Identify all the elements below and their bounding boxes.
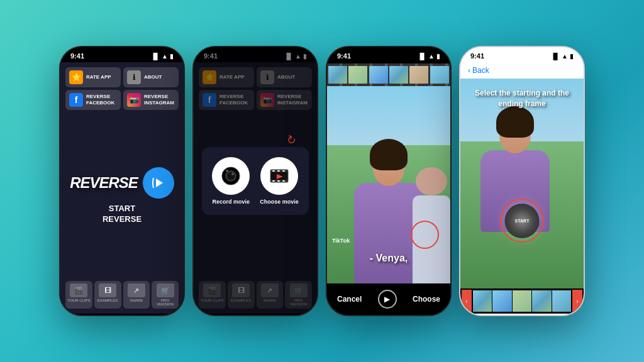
- your-clips-btn[interactable]: 🎬 Your clips: [65, 281, 92, 309]
- record-movie-label: Record movie: [212, 199, 250, 205]
- video-content: TikTok - Venya,: [327, 86, 450, 283]
- tiktok-label: TikTok: [332, 238, 350, 244]
- phone-1: 9:41 ▐▌ ▲ ▮ ⭐ RATE APP ℹ ABOUT f REVERSE: [59, 46, 185, 316]
- phone4-film-frames: [473, 290, 571, 312]
- pro-version-btn[interactable]: 🛒 Pro Version: [152, 281, 179, 309]
- circle-decoration-phone3: [411, 221, 439, 249]
- phone3-wifi-icon: ▲: [428, 53, 435, 60]
- info-icon: ℹ: [127, 70, 141, 84]
- phone3-battery-icon: ▮: [436, 53, 440, 60]
- svg-rect-13: [277, 180, 280, 182]
- phone3-time: 9:41: [337, 52, 351, 60]
- facebook-icon: f: [69, 93, 83, 107]
- instagram-icon: 📷: [127, 93, 141, 107]
- svg-rect-10: [277, 170, 280, 172]
- phone4-content: ‹ Back Select the starting and the endi: [460, 62, 584, 314]
- filmstrip-right-arrow[interactable]: ›: [572, 290, 582, 312]
- venya-text-phone3: - Venya,: [327, 253, 450, 264]
- back-chevron-icon: ‹: [468, 66, 470, 75]
- phone1-app-center: REVERSE START REVERSE: [65, 115, 179, 277]
- start-text-phone1: START REVERSE: [103, 204, 142, 225]
- play-button[interactable]: ▶: [378, 290, 397, 309]
- svg-rect-9: [272, 170, 275, 172]
- cancel-button[interactable]: Cancel: [337, 295, 362, 304]
- star-icon: ⭐: [69, 70, 83, 84]
- phone4-video: Select the starting and the ending frame…: [460, 79, 584, 288]
- phone4-nav: ‹ Back: [460, 62, 584, 79]
- video-controls: Cancel ▶ Choose: [327, 283, 450, 315]
- svg-rect-11: [282, 170, 285, 172]
- svg-rect-5: [226, 170, 228, 172]
- reverse-logo: REVERSE: [70, 174, 138, 192]
- record-movie-option[interactable]: Record movie: [212, 157, 250, 205]
- phone4-battery-icon: ▮: [570, 53, 574, 60]
- select-frame-text: Select the starting and the ending frame: [460, 88, 584, 109]
- clips-icon: 🎬: [70, 283, 87, 297]
- camera-icon: [212, 157, 250, 195]
- start-button-phone4[interactable]: START: [505, 204, 540, 238]
- svg-rect-14: [282, 180, 285, 182]
- svg-marker-0: [156, 178, 163, 187]
- phone4-filmstrip: ‹ ›: [460, 288, 584, 314]
- back-button[interactable]: ‹ Back: [468, 66, 489, 75]
- reverse-instagram-label: REVERSE INSTAGRAM: [144, 94, 175, 106]
- start-button-phone1[interactable]: [143, 167, 174, 199]
- share-btn[interactable]: ↗ Share: [123, 281, 150, 309]
- reverse-facebook-label: REVERSE FACEBOOK: [86, 94, 117, 106]
- phone4-time: 9:41: [470, 52, 484, 60]
- about-label: ABOUT: [144, 74, 162, 80]
- pro-icon: 🛒: [157, 283, 174, 297]
- phones-container: 9:41 ▐▌ ▲ ▮ ⭐ RATE APP ℹ ABOUT f REVERSE: [47, 33, 597, 329]
- rate-app-btn[interactable]: ⭐ RATE APP: [65, 67, 121, 87]
- examples-btn[interactable]: 🎞 EXAMPLES: [94, 281, 121, 309]
- filmstrip-left-arrow[interactable]: ‹: [462, 290, 472, 312]
- svg-rect-12: [272, 180, 275, 182]
- share-icon: ↗: [128, 283, 145, 297]
- filmstrip-top: [327, 63, 450, 86]
- phone4-wifi-icon: ▲: [562, 53, 568, 60]
- modal-box: ↻ Record movie: [202, 147, 309, 215]
- phone-4: 9:41 ▐▌ ▲ ▮ ‹ Back: [459, 46, 585, 316]
- svg-point-4: [231, 173, 234, 175]
- phone1-wifi-icon: ▲: [162, 53, 168, 60]
- phone1-battery-icon: ▮: [170, 53, 174, 60]
- cursor-decoration: ↻: [284, 132, 298, 148]
- modal-overlay: ↻ Record movie: [194, 47, 317, 315]
- about-btn[interactable]: ℹ ABOUT: [123, 67, 179, 87]
- phone1-signal-icon: ▐▌: [151, 53, 160, 60]
- phone3-signal-icon: ▐▌: [418, 53, 426, 60]
- phone1-time: 9:41: [70, 52, 84, 60]
- phone1-menu-buttons: ⭐ RATE APP ℹ ABOUT f REVERSE FACEBOOK 📷 …: [65, 67, 179, 110]
- reverse-instagram-btn[interactable]: 📷 REVERSE INSTAGRAM: [123, 90, 179, 110]
- rate-app-label: RATE APP: [86, 74, 111, 80]
- film-icon: [260, 157, 298, 195]
- phone-3: 9:41 ▐▌ ▲ ▮: [326, 46, 452, 316]
- reverse-facebook-btn[interactable]: f REVERSE FACEBOOK: [65, 90, 121, 110]
- examples-icon: 🎞: [99, 283, 116, 297]
- choose-button[interactable]: Choose: [413, 295, 440, 304]
- phone-2: 9:41 ▐▌ ▲ ▮ ⭐ RATE APP ℹ ABOUT f REVERSE: [192, 46, 318, 316]
- choose-movie-label: Choose movie: [260, 199, 299, 205]
- phone1-bottom-toolbar: 🎬 Your clips 🎞 EXAMPLES ↗ Share 🛒 Pro Ve…: [65, 281, 179, 309]
- phone4-signal-icon: ▐▌: [551, 53, 560, 60]
- choose-movie-option[interactable]: Choose movie: [260, 157, 299, 205]
